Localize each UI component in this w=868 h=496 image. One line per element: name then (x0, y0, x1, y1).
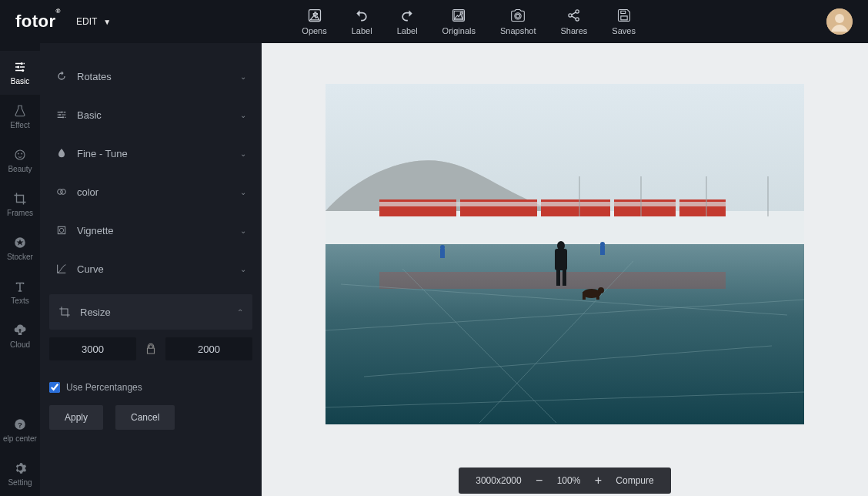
compare-button[interactable]: Compure (616, 475, 653, 486)
svg-point-8 (15, 150, 25, 159)
status-bar: 3000x2000 − 100% + Compure (262, 465, 868, 496)
nav-basic[interactable]: Basic (0, 51, 40, 95)
canvas-viewport[interactable] (262, 43, 868, 465)
use-percentages-checkbox[interactable]: Use Percentanges (49, 382, 252, 393)
nav-label: Texts (11, 297, 28, 305)
edit-menu-label: EDIT (76, 16, 97, 27)
redo-button[interactable]: Label (397, 8, 418, 35)
user-avatar[interactable] (826, 8, 853, 35)
svg-rect-44 (563, 269, 566, 286)
star-icon (13, 236, 27, 250)
rotate-icon (55, 70, 68, 82)
use-percentages-label: Use Percentanges (66, 382, 142, 393)
nav-effect[interactable]: Effect (0, 95, 40, 139)
text-icon (13, 280, 27, 293)
panel-row-finetune[interactable]: Fine - Tune ⌄ (40, 134, 262, 173)
zoom-out-button[interactable]: − (534, 474, 545, 487)
svg-rect-42 (555, 249, 567, 270)
editing-image[interactable] (326, 84, 804, 424)
svg-point-0 (569, 14, 572, 17)
panel-label: color (77, 186, 98, 198)
panel-label: Basic (77, 109, 102, 121)
svg-point-4 (835, 14, 844, 23)
chevron-down-icon: ⌄ (240, 188, 246, 196)
resize-width-input[interactable] (49, 337, 136, 360)
panel-row-color[interactable]: color ⌄ (40, 173, 262, 211)
curve-icon (55, 263, 68, 275)
svg-rect-48 (600, 246, 605, 255)
nav-texts[interactable]: Texts (0, 270, 40, 314)
originals-button[interactable]: Originals (442, 8, 476, 35)
sliders-icon (55, 109, 68, 121)
undo-icon (354, 8, 369, 23)
toolbar-label: Snapshot (500, 26, 536, 35)
lock-icon[interactable] (144, 342, 158, 356)
svg-point-9 (18, 153, 19, 155)
svg-point-18 (61, 189, 66, 195)
panel-label: Fine - Tune (77, 148, 128, 159)
chevron-down-icon: ⌄ (240, 149, 246, 158)
panel-row-curve[interactable]: Curve ⌄ (40, 250, 262, 288)
panel-row-resize[interactable]: Resize ⌃ (49, 294, 252, 330)
snapshot-button[interactable]: Snapshot (500, 8, 536, 35)
crop-icon (13, 192, 27, 206)
panel-row-vignette[interactable]: Vignette ⌄ (40, 211, 262, 250)
saves-button[interactable]: Saves (612, 8, 636, 35)
logo: fotor® (15, 12, 61, 32)
shares-button[interactable]: Shares (560, 8, 587, 35)
toolbar-label: Saves (612, 26, 636, 35)
top-toolbar: Opens Label Label Originals Snapshot Sha… (302, 8, 636, 35)
canvas-area: 3000x2000 − 100% + Compure (262, 43, 868, 496)
svg-text:?: ? (18, 421, 22, 429)
svg-point-16 (62, 116, 64, 118)
use-percentages-input[interactable] (49, 382, 60, 393)
panel-label: Curve (77, 263, 104, 275)
camera-icon (510, 8, 526, 23)
chevron-down-icon: ⌄ (240, 265, 246, 273)
sliders-icon (13, 60, 27, 74)
nav-frames[interactable]: Frames (0, 183, 40, 226)
svg-rect-51 (596, 292, 599, 300)
nav-setting[interactable]: Setting (0, 452, 40, 496)
panel-label: Rotates (77, 71, 112, 82)
svg-point-5 (21, 62, 23, 65)
panel-row-basic[interactable]: Basic ⌄ (40, 96, 262, 134)
nav-label: elp center (3, 434, 37, 443)
nav-stocker[interactable]: Stocker (0, 226, 40, 270)
redo-icon (399, 8, 415, 23)
chevron-down-icon: ⌄ (240, 226, 246, 235)
panel-row-rotates[interactable]: Rotates ⌄ (40, 57, 262, 96)
cancel-button[interactable]: Cancel (115, 405, 175, 430)
droplet-icon (55, 147, 68, 159)
nav-help[interactable]: ? elp center (0, 408, 40, 452)
panel-label: Vignette (77, 225, 113, 236)
resize-height-input[interactable] (165, 337, 252, 360)
svg-rect-46 (440, 249, 445, 258)
svg-rect-28 (379, 202, 726, 206)
nav-label: Effect (10, 121, 29, 129)
svg-point-6 (17, 66, 19, 69)
gear-icon (13, 461, 27, 475)
panel-label: Resize (80, 307, 111, 318)
nav-beauty[interactable]: Beauty (0, 139, 40, 183)
chevron-up-icon: ⌃ (237, 308, 243, 317)
help-icon: ? (13, 417, 27, 431)
image-icon (451, 8, 466, 23)
opens-button[interactable]: Opens (302, 8, 326, 35)
nav-cloud[interactable]: Cloud (0, 314, 40, 358)
chevron-down-icon: ⌄ (240, 72, 246, 81)
nav-label: Setting (8, 478, 32, 487)
chevron-down-icon: ⌄ (240, 111, 246, 119)
toolbar-label: Label (397, 26, 418, 35)
svg-point-2 (576, 18, 579, 21)
undo-button[interactable]: Label (352, 8, 372, 35)
svg-point-10 (21, 153, 22, 155)
left-nav-rail: Basic Effect Beauty Frames Stocker Texts (0, 43, 40, 496)
apply-button[interactable]: Apply (49, 405, 103, 430)
svg-point-15 (59, 114, 61, 116)
svg-point-14 (62, 112, 63, 113)
zoom-in-button[interactable]: + (593, 474, 603, 487)
side-panel: Rotates ⌄ Basic ⌄ Fine - Tune ⌄ color ⌄ … (40, 43, 262, 496)
face-icon (13, 148, 27, 162)
edit-menu[interactable]: EDIT ▼ (76, 16, 111, 27)
